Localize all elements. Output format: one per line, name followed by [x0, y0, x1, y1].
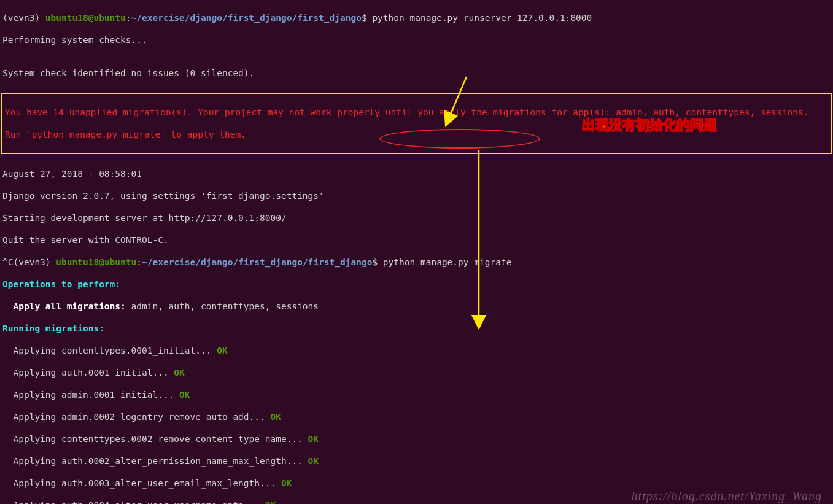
out-ts1: August 27, 2018 - 08:58:01: [2, 168, 831, 179]
prompt-line-2: ^C(vevn3) ubuntu18@ubuntu:~/exercise/dja…: [2, 257, 831, 268]
prompt-line-1: (vevn3) ubuntu18@ubuntu:~/exercise/djang…: [2, 12, 831, 23]
highlight-ellipse: [379, 129, 540, 149]
apply-all: Apply all migrations: admin, auth, conte…: [2, 301, 831, 312]
out-start-1: Starting development server at http://12…: [2, 212, 831, 223]
watermark-label: https://blog.csdn.net/Yaxing_Wang: [632, 490, 822, 502]
mig-07: Applying auth.0003_alter_user_email_max_…: [2, 478, 831, 489]
out-ver-1: Django version 2.0.7, using settings 'fi…: [2, 190, 831, 201]
ops-perform: Operations to perform:: [2, 279, 831, 290]
mig-02: Applying auth.0001_initial... OK: [2, 367, 831, 378]
mig-01: Applying contenttypes.0001_initial... OK: [2, 345, 831, 356]
cmd-runserver-1: python manage.py runserver 127.0.0.1:800…: [372, 13, 592, 23]
mig-04: Applying admin.0002_logentry_remove_auto…: [2, 411, 831, 422]
svg-line-0: [447, 77, 467, 123]
out-checks-1: Performing system checks...: [2, 34, 831, 45]
cmd-migrate: python manage.py migrate: [383, 257, 512, 267]
mig-06: Applying auth.0002_alter_permission_name…: [2, 456, 831, 467]
terminal-output-2: August 27, 2018 - 08:58:01 Django versio…: [0, 156, 833, 504]
arrow-to-migrate-icon: [399, 74, 473, 129]
annotation-label: 出现没有初始化的问题: [582, 120, 717, 131]
arrow-to-runserver-icon: [467, 147, 491, 331]
mig-05: Applying contenttypes.0002_remove_conten…: [2, 433, 831, 444]
running-migrations: Running migrations:: [2, 323, 831, 334]
mig-03: Applying admin.0001_initial... OK: [2, 389, 831, 400]
out-quit-1: Quit the server with CONTROL-C.: [2, 235, 831, 246]
